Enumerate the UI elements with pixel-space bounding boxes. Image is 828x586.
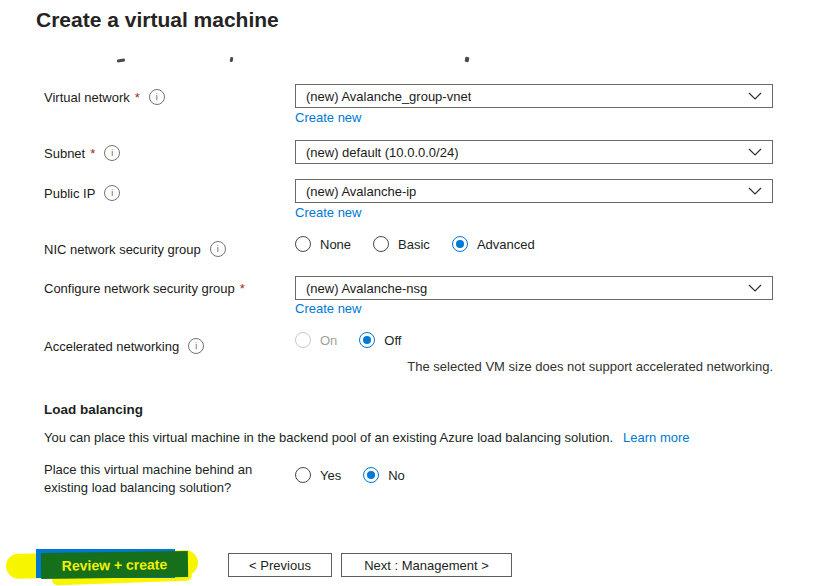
load-balancing-question: Place this virtual machine behind an exi…	[44, 461, 252, 497]
radio-option-no[interactable]: No	[363, 467, 405, 483]
info-icon[interactable]: i	[149, 89, 165, 105]
create-vm-page: Create a virtual machine Virtual network…	[0, 0, 828, 586]
required-asterisk: *	[135, 90, 140, 105]
question-line-2: existing load balancing solution?	[44, 480, 231, 495]
radio-label: Basic	[398, 237, 430, 252]
radio-label: None	[320, 237, 351, 252]
radio-option-yes[interactable]: Yes	[295, 467, 341, 483]
radio-label: Advanced	[477, 237, 535, 252]
label-text: NIC network security group	[44, 242, 201, 257]
cropped-text-artifact	[117, 58, 125, 62]
selected-value: (new) Avalanche_group-vnet	[306, 89, 471, 104]
vm-size-note: The selected VM size does not support ac…	[295, 359, 773, 374]
label-text: Configure network security group	[44, 281, 235, 296]
load-balancing-heading: Load balancing	[44, 402, 143, 417]
virtual-network-label: Virtual network * i	[44, 89, 165, 105]
radio-option-advanced[interactable]: Advanced	[452, 236, 535, 252]
info-icon[interactable]: i	[188, 338, 204, 354]
selected-value: (new) Avalanche-ip	[306, 184, 416, 199]
accelerated-networking-radio-group: On Off	[295, 332, 401, 348]
label-text: Virtual network	[44, 90, 130, 105]
radio-button-icon	[295, 332, 311, 348]
accelerated-networking-label: Accelerated networking i	[44, 338, 204, 354]
selected-value: (new) default (10.0.0.0/24)	[306, 145, 458, 160]
configure-nsg-label: Configure network security group *	[44, 281, 245, 296]
create-new-public-ip-link[interactable]: Create new	[295, 205, 361, 220]
radio-label: No	[388, 468, 405, 483]
radio-button-icon	[295, 236, 311, 252]
radio-option-none[interactable]: None	[295, 236, 351, 252]
radio-button-icon	[363, 467, 379, 483]
radio-label: Yes	[320, 468, 341, 483]
info-icon[interactable]: i	[104, 145, 120, 161]
page-title: Create a virtual machine	[36, 8, 279, 32]
info-icon[interactable]: i	[104, 185, 120, 201]
radio-button-icon	[373, 236, 389, 252]
configure-nsg-select[interactable]: (new) Avalanche-nsg	[295, 276, 773, 300]
selected-value: (new) Avalanche-nsg	[306, 281, 427, 296]
description-text: You can place this virtual machine in th…	[44, 430, 613, 445]
virtual-network-select[interactable]: (new) Avalanche_group-vnet	[295, 84, 773, 108]
radio-button-icon	[452, 236, 468, 252]
label-text: Accelerated networking	[44, 339, 179, 354]
nic-nsg-label: NIC network security group i	[44, 241, 226, 257]
radio-button-icon	[295, 467, 311, 483]
radio-button-icon	[359, 332, 375, 348]
subnet-select[interactable]: (new) default (10.0.0.0/24)	[295, 140, 773, 164]
label-text: Subnet	[44, 146, 85, 161]
required-asterisk: *	[90, 146, 95, 161]
radio-label: Off	[384, 333, 401, 348]
radio-option-basic[interactable]: Basic	[373, 236, 430, 252]
public-ip-label: Public IP i	[44, 185, 120, 201]
load-balancing-radio-group: Yes No	[295, 467, 405, 483]
chevron-down-icon	[748, 92, 762, 100]
info-icon[interactable]: i	[210, 241, 226, 257]
question-line-1: Place this virtual machine behind an	[44, 462, 252, 477]
previous-button[interactable]: < Previous	[228, 553, 332, 577]
public-ip-select[interactable]: (new) Avalanche-ip	[295, 179, 773, 203]
radio-option-off[interactable]: Off	[359, 332, 401, 348]
create-new-vnet-link[interactable]: Create new	[295, 110, 361, 125]
radio-option-on: On	[295, 332, 337, 348]
required-asterisk: *	[240, 281, 245, 296]
cropped-text-artifact	[230, 57, 234, 63]
chevron-down-icon	[748, 148, 762, 156]
load-balancing-description: You can place this virtual machine in th…	[44, 430, 690, 445]
learn-more-link[interactable]: Learn more	[623, 430, 689, 445]
chevron-down-icon	[748, 187, 762, 195]
radio-label: On	[320, 333, 337, 348]
review-create-button[interactable]: Review + create	[41, 551, 188, 579]
create-new-nsg-link[interactable]: Create new	[295, 301, 361, 316]
next-management-button[interactable]: Next : Management >	[341, 553, 512, 577]
cropped-text-artifact	[465, 57, 470, 63]
label-text: Public IP	[44, 186, 95, 201]
nic-nsg-radio-group: None Basic Advanced	[295, 236, 535, 252]
chevron-down-icon	[748, 284, 762, 292]
subnet-label: Subnet * i	[44, 145, 120, 161]
